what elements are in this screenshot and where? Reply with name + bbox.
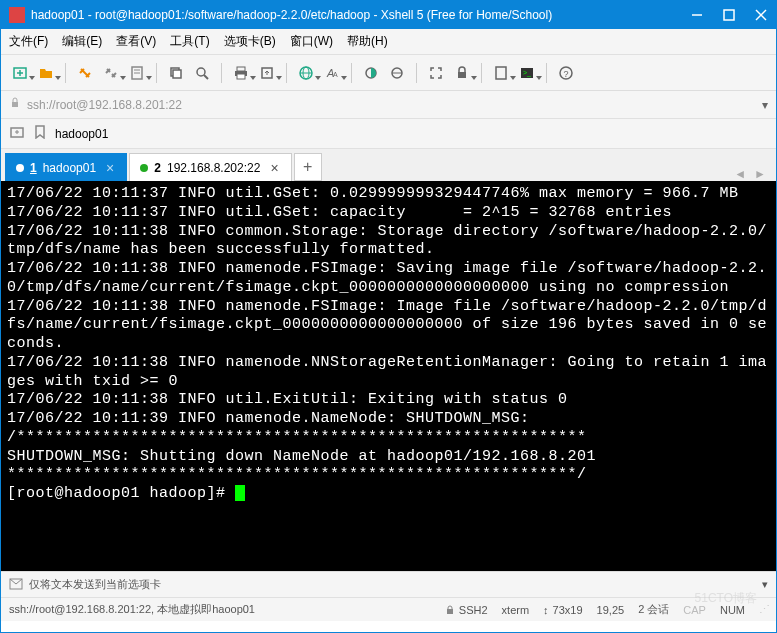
script-button[interactable] <box>490 62 512 84</box>
reconnect-button[interactable] <box>74 62 96 84</box>
send-dropdown-icon[interactable]: ▾ <box>762 578 768 591</box>
title-bar: hadoop01 - root@hadoop01:/software/hadoo… <box>1 1 776 29</box>
fullscreen-button[interactable] <box>425 62 447 84</box>
close-button[interactable] <box>754 8 768 22</box>
connection-info: ssh://root@192.168.8.201:22, 本地虚拟即haoop0… <box>9 602 255 617</box>
num-status: NUM <box>720 604 745 616</box>
transfer-button[interactable] <box>256 62 278 84</box>
send-mode-label[interactable]: 仅将文本发送到当前选项卡 <box>29 577 161 592</box>
tab-label: 192.168.8.202:22 <box>167 161 260 175</box>
svg-rect-26 <box>458 72 466 78</box>
separator <box>65 63 66 83</box>
input-bar: 仅将文本发送到当前选项卡 ▾ <box>1 571 776 597</box>
toolbar: AA >_ ? <box>1 55 776 91</box>
address-text: ssh://root@192.168.8.201:22 <box>27 98 182 112</box>
copy-button[interactable] <box>165 62 187 84</box>
address-dropdown-icon[interactable]: ▾ <box>762 98 768 112</box>
tab-number: 1 <box>30 161 37 175</box>
tab-close-icon[interactable]: × <box>106 160 114 176</box>
session-count-status: 2 会话 <box>638 602 669 617</box>
svg-line-13 <box>204 75 208 79</box>
color-button[interactable] <box>360 62 382 84</box>
tab-nav: ◄ ► <box>734 167 772 181</box>
term-size-status: ↕ 73x19 <box>543 604 582 616</box>
properties-button[interactable] <box>126 62 148 84</box>
svg-point-12 <box>197 68 205 76</box>
svg-rect-14 <box>237 67 245 71</box>
menu-tools[interactable]: 工具(T) <box>170 33 209 50</box>
lock-icon <box>9 97 21 112</box>
menu-window[interactable]: 窗口(W) <box>290 33 333 50</box>
font-button[interactable]: AA <box>321 62 343 84</box>
separator <box>221 63 222 83</box>
window-controls <box>690 8 768 22</box>
caps-status: CAP <box>683 604 706 616</box>
tab-label: hadoop01 <box>43 161 96 175</box>
separator <box>286 63 287 83</box>
separator <box>546 63 547 83</box>
tab-bar: 1 hadoop01 × 2 192.168.8.202:22 × + ◄ ► <box>1 149 776 181</box>
session-bar: hadoop01 <box>1 119 776 149</box>
tab-2[interactable]: 2 192.168.8.202:22 × <box>129 153 291 181</box>
bookmark-icon[interactable] <box>33 125 47 142</box>
minimize-button[interactable] <box>690 8 704 22</box>
svg-rect-32 <box>12 102 18 107</box>
protocol-status: SSH2 <box>445 604 488 616</box>
find-button[interactable] <box>191 62 213 84</box>
svg-rect-1 <box>724 10 734 20</box>
menu-file[interactable]: 文件(F) <box>9 33 48 50</box>
separator <box>351 63 352 83</box>
tab-next-icon[interactable]: ► <box>754 167 766 181</box>
session-name[interactable]: hadoop01 <box>55 127 108 141</box>
term-type-status: xterm <box>502 604 530 616</box>
svg-text:A: A <box>333 71 338 78</box>
maximize-button[interactable] <box>722 8 736 22</box>
lock-button[interactable] <box>451 62 473 84</box>
command-button[interactable]: >_ <box>516 62 538 84</box>
encoding-button[interactable] <box>386 62 408 84</box>
svg-text:>_: >_ <box>523 69 531 77</box>
connection-status-icon <box>140 164 148 172</box>
separator <box>481 63 482 83</box>
disconnect-button[interactable] <box>100 62 122 84</box>
tab-prev-icon[interactable]: ◄ <box>734 167 746 181</box>
cursor-pos-status: 19,25 <box>597 604 625 616</box>
svg-rect-37 <box>447 609 453 614</box>
web-button[interactable] <box>295 62 317 84</box>
add-tab-button[interactable]: + <box>294 153 322 181</box>
svg-rect-16 <box>237 74 245 79</box>
cursor <box>235 485 245 501</box>
status-bar: ssh://root@192.168.8.201:22, 本地虚拟即haoop0… <box>1 597 776 621</box>
separator <box>416 63 417 83</box>
menu-edit[interactable]: 编辑(E) <box>62 33 102 50</box>
app-icon <box>9 7 25 23</box>
address-bar[interactable]: ssh://root@192.168.8.201:22 ▾ <box>1 91 776 119</box>
svg-text:?: ? <box>564 69 569 79</box>
window-title: hadoop01 - root@hadoop01:/software/hadoo… <box>31 8 690 22</box>
menu-tab[interactable]: 选项卡(B) <box>224 33 276 50</box>
tab-close-icon[interactable]: × <box>270 160 278 176</box>
menu-bar: 文件(F) 编辑(E) 查看(V) 工具(T) 选项卡(B) 窗口(W) 帮助(… <box>1 29 776 55</box>
menu-help[interactable]: 帮助(H) <box>347 33 388 50</box>
new-tab-icon[interactable] <box>9 124 25 143</box>
help-button[interactable]: ? <box>555 62 577 84</box>
separator <box>156 63 157 83</box>
send-icon[interactable] <box>9 577 23 593</box>
new-session-button[interactable] <box>9 62 31 84</box>
menu-view[interactable]: 查看(V) <box>116 33 156 50</box>
print-button[interactable] <box>230 62 252 84</box>
open-button[interactable] <box>35 62 57 84</box>
svg-rect-11 <box>173 70 181 78</box>
terminal[interactable]: 17/06/22 10:11:37 INFO util.GSet: 0.0299… <box>1 181 776 571</box>
svg-rect-27 <box>496 67 506 79</box>
connection-status-icon <box>16 164 24 172</box>
tab-number: 2 <box>154 161 161 175</box>
resize-grip-icon[interactable]: ⋰ <box>759 603 768 616</box>
tab-1[interactable]: 1 hadoop01 × <box>5 153 127 181</box>
